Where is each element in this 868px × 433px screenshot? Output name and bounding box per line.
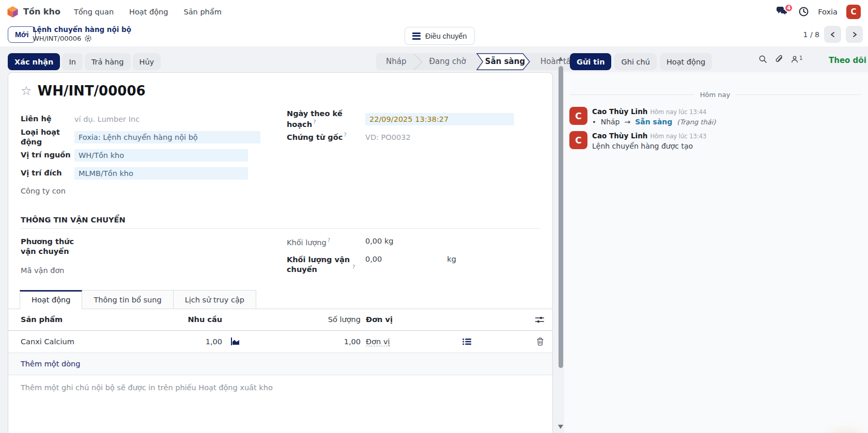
field-weight: Khối lượng? 0,00 kg bbox=[287, 237, 540, 248]
shipping-weight-label: Khối lượng vận chuyển? bbox=[287, 255, 365, 275]
table-header-row: Sản phẩm Nhu cầu Số lượng Đơn vị bbox=[8, 309, 552, 331]
pager-previous-button[interactable] bbox=[824, 26, 841, 43]
field-source-location: Vị trí nguồn WH/Tồn kho bbox=[21, 146, 266, 164]
message-author[interactable]: Cao Thùy Linh bbox=[592, 132, 647, 140]
statusbar: Nháp Đang chờ Sẵn sàng Hoàn tất bbox=[376, 53, 584, 70]
avatar[interactable]: C bbox=[569, 131, 587, 149]
shipping-fields: Phương thức vận chuyển Mã vận đơn Khối l… bbox=[21, 237, 540, 283]
column-settings-cell bbox=[505, 316, 552, 324]
pager-count: 1 / 8 bbox=[803, 30, 819, 39]
avatar[interactable]: C bbox=[569, 107, 587, 125]
scheduled-date-label: Ngày theo kế hoạch? bbox=[287, 109, 365, 130]
tab-additional-info[interactable]: Thông tin bổ sung bbox=[82, 290, 173, 309]
cell-demand[interactable]: 1,00 bbox=[186, 338, 222, 346]
scheduled-date-input[interactable]: 22/09/2025 13:38:27 bbox=[365, 113, 514, 125]
shipping-weight-input[interactable]: 0,00 bbox=[365, 255, 382, 263]
field-subsidiary: Công ty con bbox=[21, 182, 266, 200]
cancel-button[interactable]: Hủy bbox=[133, 53, 161, 70]
control-panel: Mới Lệnh chuyển hàng nội bộ WH/INT/00006… bbox=[0, 23, 868, 46]
add-line-row[interactable]: Thêm một dòng bbox=[8, 353, 552, 375]
field-contact: Liên hệ ví dụ. Lumber Inc bbox=[21, 110, 266, 128]
messages-icon[interactable]: 4 bbox=[776, 6, 789, 18]
tracking-new-value[interactable]: Sẵn sàng bbox=[635, 118, 672, 126]
col-quantity-header[interactable]: Số lượng bbox=[248, 315, 361, 324]
tracking-ref-label: Mã vận đơn bbox=[21, 266, 88, 276]
shipping-weight-unit: kg bbox=[447, 255, 456, 263]
transfers-smart-button[interactable]: Điều chuyển bbox=[405, 27, 475, 45]
cell-quantity[interactable]: 1,00 bbox=[248, 338, 361, 346]
tracking-field-name: (Trạng thái) bbox=[677, 118, 716, 126]
cell-uom[interactable]: Đơn vị bbox=[361, 338, 428, 346]
transfers-smart-button-label: Điều chuyển bbox=[425, 32, 467, 40]
follow-button[interactable]: Theo dõi bbox=[829, 56, 866, 65]
favorite-star-icon[interactable]: ☆ bbox=[21, 85, 32, 97]
trash-icon[interactable] bbox=[536, 338, 544, 346]
day-divider-label: Hôm nay bbox=[700, 91, 730, 99]
confirm-button[interactable]: Xác nhận bbox=[8, 53, 60, 70]
scrollbar-thumb[interactable] bbox=[559, 66, 563, 368]
notebook-tabs: Hoạt động Thông tin bổ sung Lịch sử truy… bbox=[8, 290, 552, 309]
add-line-link[interactable]: Thêm một dòng bbox=[21, 360, 80, 368]
internal-note-input[interactable]: Thêm một ghi chú nội bộ sẽ được in trên … bbox=[21, 383, 540, 392]
print-button[interactable]: In bbox=[62, 53, 82, 70]
activities-button[interactable]: Hoạt động bbox=[660, 53, 712, 70]
detailed-operations-icon[interactable] bbox=[428, 338, 505, 345]
tracking-old-value: Nháp bbox=[601, 118, 620, 126]
source-location-input[interactable]: WH/Tồn kho bbox=[74, 149, 248, 162]
app-logo-icon[interactable] bbox=[7, 6, 18, 18]
search-messages-icon[interactable] bbox=[758, 55, 767, 63]
pager-next-button[interactable] bbox=[846, 26, 863, 43]
statusbar-step-ready-active[interactable]: Sẵn sàng bbox=[476, 53, 531, 70]
menu-overview[interactable]: Tổng quan bbox=[74, 8, 114, 16]
chatter-icons: 1 bbox=[758, 55, 802, 63]
title-row: ☆ WH/INT/00006 bbox=[21, 83, 540, 99]
message-author[interactable]: Cao Thùy Linh bbox=[592, 107, 647, 116]
gear-icon[interactable] bbox=[84, 35, 92, 42]
menu-products[interactable]: Sản phẩm bbox=[184, 8, 222, 16]
company-name[interactable]: Foxia bbox=[818, 8, 838, 16]
top-navbar: Tồn kho Tổng quan Hoạt động Sản phẩm 4 bbox=[0, 0, 868, 23]
activities-clock-icon[interactable] bbox=[798, 6, 809, 17]
col-demand-header[interactable]: Nhu cầu bbox=[186, 315, 222, 324]
app-name[interactable]: Tồn kho bbox=[23, 7, 60, 17]
col-product-header[interactable]: Sản phẩm bbox=[21, 315, 186, 324]
forecast-chart-icon[interactable] bbox=[222, 338, 248, 345]
user-avatar[interactable]: C bbox=[846, 5, 861, 19]
statusbar-separator bbox=[416, 53, 419, 70]
contact-input[interactable]: ví dụ. Lumber Inc bbox=[74, 115, 140, 123]
row-delete-cell bbox=[505, 338, 552, 346]
source-document-label: Chứng từ gốc? bbox=[287, 132, 365, 142]
send-message-button[interactable]: Gửi tin bbox=[570, 53, 611, 70]
divider-line bbox=[736, 94, 861, 95]
source-document-input[interactable]: VD: PO0032 bbox=[365, 133, 411, 141]
breadcrumb-parent[interactable]: Lệnh chuyển hàng nội bộ bbox=[33, 25, 131, 34]
table-row[interactable]: Canxi Calcium 1,00 1,00 Đơn vị bbox=[8, 331, 552, 353]
page-body: Xác nhận In Trả hàng Hủy Nháp Đang chờ S… bbox=[0, 46, 868, 433]
menu-operations[interactable]: Hoạt động bbox=[129, 8, 168, 16]
operation-type-input[interactable]: Foxia: Lệnh chuyển hàng nội bộ bbox=[74, 131, 260, 143]
return-button[interactable]: Trả hàng bbox=[85, 53, 131, 70]
log-note-button[interactable]: Ghi chú bbox=[614, 53, 656, 70]
help-icon: ? bbox=[352, 264, 355, 270]
shipping-section-title: THÔNG TIN VẬN CHUYỂN bbox=[21, 216, 540, 229]
dest-location-input[interactable]: MLMB/Tồn kho bbox=[74, 167, 248, 180]
statusbar-step-waiting[interactable]: Đang chờ bbox=[419, 53, 476, 70]
col-uom-header[interactable]: Đơn vị bbox=[361, 315, 428, 324]
form-fields: Liên hệ ví dụ. Lumber Inc Loại hoạt động… bbox=[21, 110, 540, 200]
day-divider: Hôm nay bbox=[569, 91, 861, 99]
cell-product[interactable]: Canxi Calcium bbox=[21, 338, 186, 346]
bullet-icon: • bbox=[592, 118, 596, 126]
attachments-paperclip-icon[interactable] bbox=[774, 55, 783, 63]
field-carrier: Phương thức vận chuyển bbox=[21, 237, 266, 256]
chevron-right-icon bbox=[851, 31, 858, 38]
carrier-label: Phương thức vận chuyển bbox=[21, 237, 88, 256]
tab-access-log[interactable]: Lịch sử truy cập bbox=[173, 290, 256, 309]
fields-right-column: Ngày theo kế hoạch? 22/09/2025 13:38:27 … bbox=[287, 110, 540, 200]
tab-operations[interactable]: Hoạt động bbox=[20, 290, 82, 309]
breadcrumb: Lệnh chuyển hàng nội bộ WH/INT/00006 bbox=[33, 25, 131, 43]
scrollbar-down-arrow[interactable] bbox=[558, 425, 563, 429]
scrollbar-up-arrow[interactable] bbox=[558, 57, 563, 61]
new-button[interactable]: Mới bbox=[8, 26, 36, 43]
optional-columns-icon[interactable] bbox=[535, 316, 544, 324]
followers-icon[interactable]: 1 bbox=[791, 55, 802, 63]
